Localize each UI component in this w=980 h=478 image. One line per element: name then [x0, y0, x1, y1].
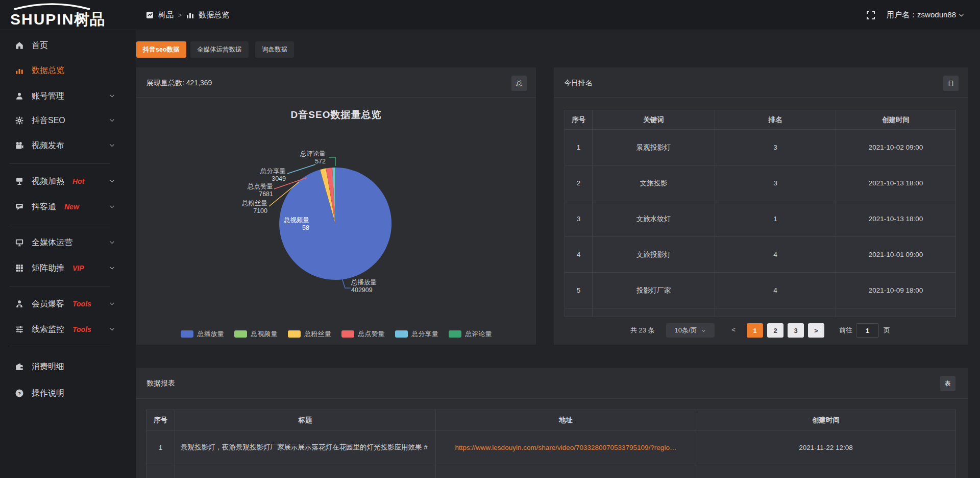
billboard-icon [14, 176, 24, 186]
legend-chip [449, 330, 461, 338]
sidebar-item-label: 抖音SEO [32, 115, 65, 126]
sidebar-item-video-publish[interactable]: 视频发布 [0, 135, 136, 156]
cell-no: 1 [565, 130, 593, 165]
rank-table-row: 5 投影灯厂家 4 2021-10-09 18:00 [565, 273, 955, 308]
cell-keyword: 投影灯厂家 [593, 273, 715, 308]
rank-table: 序号 关键词 排名 创建时间 1 景观投影灯 3 2021-10-02 09:0… [565, 110, 956, 317]
cell-rank: 1 [715, 201, 836, 236]
hot-tag: Hot [72, 177, 84, 185]
cell-time: 2021-11-22 12:08 [696, 431, 955, 464]
sidebar-divider [9, 163, 110, 164]
tab-omni-media-data[interactable]: 全媒体运营数据 [190, 41, 249, 58]
sidebar-item-label: 数据总览 [32, 65, 64, 76]
prev-page-button[interactable]: < [729, 326, 738, 333]
header-right-area: 用户名：zswodun88 [866, 0, 965, 30]
tools-tag: Tools [72, 325, 91, 333]
pie-legend: 总播放量 总视频量 总粉丝量 总点赞量 总分享量 总评论量 [136, 329, 536, 339]
cell-keyword: 文旅投影灯 [593, 237, 715, 272]
rank-card-title: 今日排名 [564, 79, 593, 88]
user-menu[interactable]: 用户名：zswodun88 [887, 10, 965, 20]
rank-table-row: 1 景观投影灯 3 2021-10-02 09:00 [565, 130, 955, 165]
tab-inquiry-data[interactable]: 询盘数据 [255, 41, 294, 58]
sidebar-item-label: 全媒体运营 [32, 237, 72, 248]
new-tag: New [64, 203, 79, 211]
breadcrumb-root[interactable]: 树品 [158, 10, 174, 20]
legend-item-video[interactable]: 总视频量 [234, 329, 278, 339]
sliders-icon [14, 324, 24, 334]
sidebar-item-member-leads[interactable]: 会员爆客 Tools [0, 294, 136, 314]
next-page-button[interactable]: > [808, 323, 824, 338]
pie-label-comment: 总评论量572 [300, 150, 326, 165]
chevron-down-icon [701, 328, 706, 333]
sidebar-item-spend-detail[interactable]: 消费明细 [0, 356, 136, 377]
sidebar-item-label: 视频发布 [32, 140, 64, 151]
legend-item-share[interactable]: 总分享量 [395, 329, 438, 339]
sidebar-item-label: 抖客通 [32, 202, 56, 212]
sidebar-item-data-overview[interactable]: 数据总览 [0, 60, 136, 81]
sidebar-item-doukertong[interactable]: 抖客通 New [0, 197, 136, 217]
cell-url-link[interactable]: https://www.iesdouyin.com/share/video/70… [436, 431, 696, 464]
pie-label-video: 总视频量58 [284, 217, 309, 232]
video-camera-icon [14, 140, 24, 151]
day-toggle-button[interactable]: 日 [943, 76, 959, 91]
cell-keyword: 文旅水纹灯 [593, 201, 715, 236]
page-button-1[interactable]: 1 [747, 323, 763, 338]
tab-douyin-seo-data[interactable]: 抖音seo数据 [136, 41, 186, 58]
sidebar-item-clue-monitor[interactable]: 线索监控 Tools [0, 319, 136, 340]
monitor-icon [14, 237, 24, 248]
sidebar-item-omni-media[interactable]: 全媒体运营 [0, 232, 136, 253]
cell-rank: 4 [715, 237, 836, 272]
chevron-down-icon [958, 12, 965, 18]
sidebar-divider [9, 346, 110, 346]
sidebar-item-home[interactable]: 首页 [0, 35, 136, 56]
cell-keyword: 景观投影灯 [593, 130, 715, 165]
page-size-select[interactable]: 10条/页 [666, 323, 715, 338]
user-icon [14, 91, 24, 101]
cell-rank: 3 [715, 130, 836, 165]
data-report-card: 数据报表 表 序号 标题 地址 创建时间 1 景观投影灯，夜游景观投影灯厂家展示… [136, 368, 968, 478]
chevron-down-icon [109, 300, 115, 307]
chevron-down-icon [109, 239, 115, 246]
legend-item-like[interactable]: 总点赞量 [341, 329, 385, 339]
page-button-3[interactable]: 3 [788, 323, 804, 338]
cell-no: 2 [565, 165, 593, 201]
goto-page-input[interactable]: 1 [856, 323, 879, 338]
sidebar-item-matrix-boost[interactable]: 矩阵助推 VIP [0, 258, 136, 278]
table-toggle-button[interactable]: 表 [940, 376, 955, 391]
legend-item-fans[interactable]: 总粉丝量 [288, 329, 331, 339]
username-label: 用户名：zswodun88 [887, 10, 956, 20]
report-table: 序号 标题 地址 创建时间 1 景观投影灯，夜游景观投影灯厂家展示展示落花灯在花… [146, 410, 956, 478]
pie-label-play: 总播放量402909 [351, 279, 377, 294]
cell-empty [565, 308, 593, 317]
sidebar-item-label: 账号管理 [32, 91, 64, 102]
chevron-down-icon [109, 326, 115, 332]
sidebar-item-help[interactable]: ? 操作说明 [0, 383, 136, 403]
grid-icon [14, 263, 24, 273]
sidebar-nav: 首页 数据总览 账号管理 抖音SEO 视频发布 视频加热 Hot [0, 30, 136, 478]
sidebar-item-douyin-seo[interactable]: 抖音SEO [0, 110, 136, 131]
cell-empty [593, 308, 715, 317]
breadcrumb-current: 数据总览 [199, 10, 229, 20]
sidebar-item-account[interactable]: 账号管理 [0, 86, 136, 106]
sidebar-item-video-heat[interactable]: 视频加热 Hot [0, 171, 136, 192]
cell-no: 4 [565, 237, 593, 272]
chevron-down-icon [109, 142, 115, 149]
cell-time: 2021-10-09 18:00 [836, 273, 955, 308]
sidebar-item-label: 矩阵助推 [32, 263, 64, 274]
pie-label-share: 总分享量3049 [260, 168, 286, 183]
goto-label: 前往 [839, 326, 852, 335]
legend-item-comment[interactable]: 总评论量 [449, 329, 492, 339]
goto-unit-label: 页 [884, 326, 890, 335]
legend-item-play[interactable]: 总播放量 [181, 329, 224, 339]
legend-chip [288, 330, 301, 338]
rank-table-header: 序号 关键词 排名 创建时间 [565, 110, 955, 130]
top-header-bar: SHUPIN树品 树品 > 数据总览 用户名：zswodun88 [0, 0, 980, 30]
legend-chip [234, 330, 247, 338]
fullscreen-icon[interactable] [866, 11, 875, 20]
card-divider [554, 97, 968, 98]
leader-line-play [342, 278, 351, 288]
svg-text:?: ? [18, 391, 21, 396]
member-icon [14, 299, 24, 309]
page-button-2[interactable]: 2 [767, 323, 783, 338]
sidebar-item-label: 线索监控 [32, 324, 64, 335]
